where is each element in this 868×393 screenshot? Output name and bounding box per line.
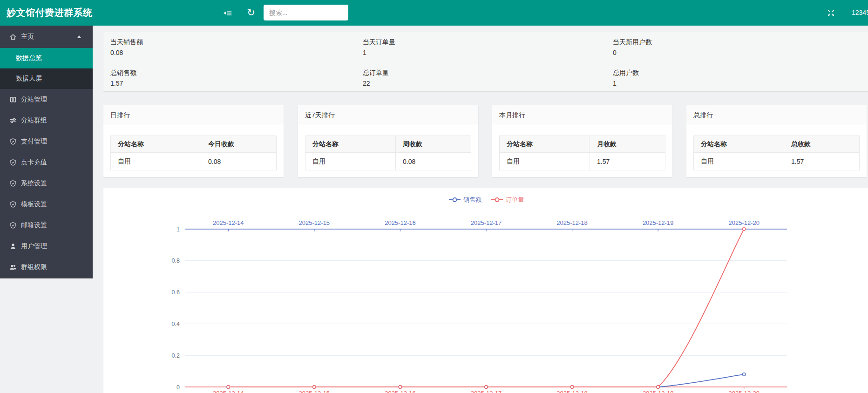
- legend-label: 订单量: [506, 196, 524, 204]
- ranking-card-title: 日排行: [103, 105, 284, 125]
- cell-substation-name: 自用: [694, 153, 784, 170]
- app-title: 妙文馆付费进群系统: [7, 0, 93, 26]
- stat-label: 总销售额: [110, 69, 363, 77]
- refresh-icon: ↻: [247, 8, 255, 18]
- cell-amount: 0.08: [396, 153, 471, 170]
- ranking-card-7days: 近7天排行 分站名称 周收款 自用 0.08: [298, 105, 478, 177]
- ranking-card-title: 近7天排行: [298, 105, 478, 125]
- sidebar-item-data-screen[interactable]: 数据大屏: [0, 68, 93, 89]
- sidebar-item-label: 点卡充值: [21, 158, 47, 167]
- stat-total-sales: 总销售额 1.57: [110, 69, 363, 96]
- sidebar-item-substation-groups[interactable]: 分站群组: [0, 110, 93, 131]
- stat-today-orders: 当天订单量 1: [363, 38, 613, 65]
- legend-item-orders[interactable]: 订单量: [491, 196, 524, 204]
- sidebar-item-substation-manage[interactable]: 分站管理: [0, 89, 93, 110]
- collapse-menu-icon: [224, 9, 232, 17]
- legend-item-sales[interactable]: 销售额: [448, 196, 481, 204]
- column-header: 月收款: [590, 136, 665, 153]
- stat-value: 1.57: [110, 80, 363, 88]
- sidebar-item-label: 系统设置: [21, 179, 47, 188]
- cell-substation-name: 自用: [111, 153, 201, 170]
- ranking-card-month: 本月排行 分站名称 月收款 自用 1.57: [492, 105, 672, 177]
- line-marker-icon: [491, 197, 503, 203]
- svg-text:2025-12-15: 2025-12-15: [299, 219, 330, 226]
- stat-label: 当天订单量: [363, 38, 613, 46]
- svg-text:0.4: 0.4: [172, 321, 180, 327]
- column-header: 分站名称: [305, 136, 396, 153]
- refresh-button[interactable]: ↻: [241, 0, 261, 26]
- svg-text:2025-12-17: 2025-12-17: [471, 219, 502, 226]
- columns-icon: [9, 96, 17, 103]
- main-content: 当天销售额 0.08 当天订单量 1 当天新用户数 0 总销售额 1.57 总订…: [103, 0, 868, 393]
- cell-substation-name: 自用: [305, 153, 396, 170]
- sidebar-item-payment-manage[interactable]: 支付管理: [0, 131, 93, 152]
- svg-text:0.8: 0.8: [172, 257, 180, 264]
- sidebar-item-label: 数据总览: [16, 54, 42, 62]
- collapse-menu-button[interactable]: [218, 0, 237, 26]
- home-icon: [9, 33, 17, 41]
- fullscreen-button[interactable]: [821, 0, 841, 26]
- sidebar-item-template-settings[interactable]: 模板设置: [0, 194, 93, 215]
- ranking-table: 分站名称 总收款 自用 1.57: [693, 136, 860, 170]
- sidebar-item-card-recharge[interactable]: 点卡充值: [0, 152, 93, 173]
- sidebar-nav: 主页 数据总览 数据大屏 分站管理 分站群组 支付管理: [0, 26, 93, 278]
- sidebar-item-data-overview[interactable]: 数据总览: [0, 48, 93, 68]
- sidebar-item-home[interactable]: 主页: [0, 26, 93, 48]
- stat-value: 1: [363, 49, 613, 57]
- sales-orders-chart-card: 销售额 订单量 00.20.40.60.812025-12-142025-12-…: [103, 188, 868, 393]
- svg-text:0.6: 0.6: [172, 289, 180, 296]
- ranking-table: 分站名称 周收款 自用 0.08: [305, 136, 471, 170]
- ranking-card-total: 总排行 分站名称 总收款 自用 1.57: [686, 105, 867, 177]
- svg-text:2025-12-16: 2025-12-16: [385, 390, 416, 393]
- sidebar-item-label: 主页: [21, 33, 34, 41]
- column-header: 分站名称: [111, 136, 201, 153]
- svg-text:2025-12-15: 2025-12-15: [299, 390, 330, 393]
- column-header: 分站名称: [500, 136, 590, 153]
- user-icon: [9, 243, 17, 250]
- cell-amount: 0.08: [201, 153, 277, 170]
- column-header: 总收款: [784, 136, 860, 153]
- stat-label: 总订单量: [363, 69, 613, 77]
- table-row: 自用 0.08: [111, 153, 277, 170]
- app-root: { "colors": { "primary": "#009688", "hea…: [0, 0, 868, 393]
- svg-text:0.2: 0.2: [172, 352, 180, 359]
- stat-value: 0.08: [110, 49, 363, 57]
- sliders-icon: [9, 117, 17, 124]
- ranking-table: 分站名称 月收款 自用 1.57: [499, 136, 665, 170]
- stats-summary-card: 当天销售额 0.08 当天订单量 1 当天新用户数 0 总销售额 1.57 总订…: [103, 32, 868, 91]
- svg-text:2025-12-16: 2025-12-16: [385, 219, 416, 226]
- shield-check-icon: [9, 201, 17, 208]
- ranking-card-daily: 日排行 分站名称 今日收款 自用 0.08: [103, 105, 284, 177]
- search-input[interactable]: [264, 5, 348, 20]
- sidebar-item-label: 分站群组: [21, 116, 47, 125]
- sidebar-item-system-settings[interactable]: 系统设置: [0, 173, 93, 194]
- stat-label: 当天销售额: [110, 38, 363, 46]
- shield-check-icon: [9, 222, 17, 229]
- ranking-card-title: 本月排行: [492, 105, 672, 125]
- stat-value: 22: [363, 80, 613, 88]
- sidebar-item-label: 用户管理: [21, 242, 47, 251]
- svg-text:2025-12-14: 2025-12-14: [213, 219, 244, 226]
- cell-amount: 1.57: [590, 153, 665, 170]
- svg-text:2025-12-17: 2025-12-17: [471, 390, 502, 393]
- app-header: 妙文馆付费进群系统 ↻ 123456: [0, 0, 868, 26]
- sidebar-item-label: 支付管理: [21, 137, 47, 146]
- svg-text:2025-12-14: 2025-12-14: [213, 390, 244, 393]
- legend-label: 销售额: [463, 196, 481, 204]
- stat-value: 1: [613, 80, 868, 88]
- line-marker-icon: [448, 197, 461, 203]
- stat-today-new-users: 当天新用户数 0: [613, 38, 868, 65]
- sidebar-item-mail-settings[interactable]: 邮箱设置: [0, 215, 93, 236]
- column-header: 今日收款: [201, 136, 277, 153]
- sidebar-item-group-permissions[interactable]: 群组权限: [0, 257, 93, 278]
- chart-legend: 销售额 订单量: [185, 196, 787, 204]
- table-row: 自用 0.08: [305, 153, 471, 170]
- sidebar-item-label: 邮箱设置: [21, 221, 47, 230]
- sidebar-item-user-manage[interactable]: 用户管理: [0, 236, 93, 257]
- stat-total-users: 总用户数 1: [613, 69, 868, 96]
- svg-text:1: 1: [176, 226, 180, 233]
- stat-label: 当天新用户数: [613, 38, 868, 46]
- username-menu[interactable]: 123456: [852, 0, 868, 26]
- table-row: 自用 1.57: [694, 153, 860, 170]
- svg-text:2025-12-18: 2025-12-18: [556, 219, 588, 226]
